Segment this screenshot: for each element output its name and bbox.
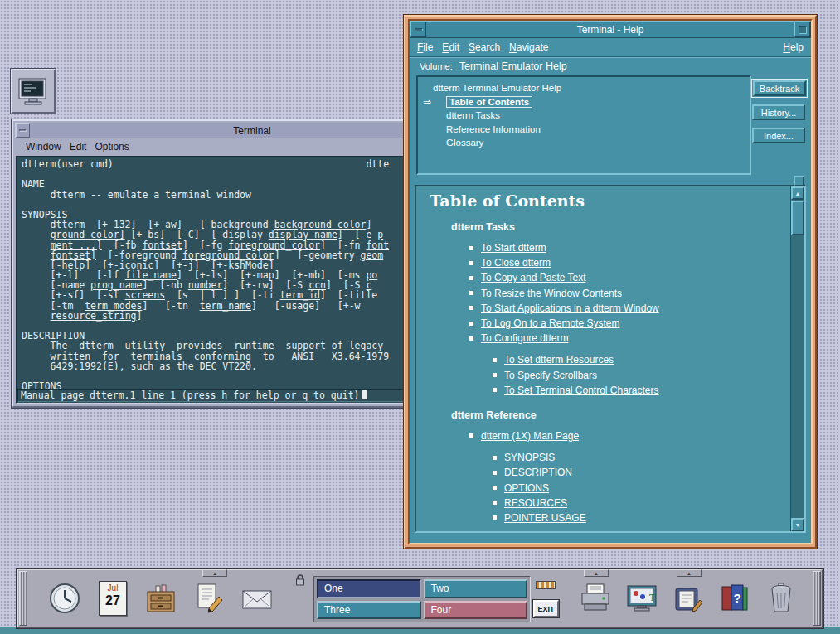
help-link[interactable]: To Set Terminal Control Characters [493,383,790,398]
panel-move-handle-right[interactable] [813,571,821,626]
busy-light [536,581,556,589]
front-panel: Jul 27 ▲ [17,569,823,628]
help-link[interactable]: To Log On to a Remote System [469,316,790,331]
tree-item[interactable]: ⇒Table of Contents [418,95,750,109]
help-link[interactable]: To Configure dtterm [469,331,790,346]
workspace-one[interactable]: One [317,579,421,598]
help-menus-left: FileEditSearchNavigate [417,41,548,53]
help-buttons: BacktrackHistory...Index... [751,79,808,144]
workspace-two[interactable]: Two [424,579,528,598]
help-titlebar[interactable]: Terminal - Help [410,21,811,38]
workspace-three[interactable]: Three [317,601,421,620]
content-title: Table of Contents [430,191,790,210]
bullet-icon [493,486,497,490]
subpanel-arrow[interactable]: ▲ [677,569,702,577]
menu-search[interactable]: Search [469,41,500,53]
maximize-button[interactable] [794,22,810,37]
tree-item[interactable]: Glossary [418,136,750,150]
bullet-icon [493,515,497,520]
help-link[interactable]: To Start dtterm [469,240,790,255]
menu-options[interactable]: Options [95,141,129,152]
bullet-icon [469,433,473,438]
help-link[interactable]: RESOURCES [493,496,790,511]
text-cursor [362,390,367,399]
window-menu-button[interactable] [410,22,426,37]
tree-item[interactable]: dtterm Tasks [418,109,750,123]
help-top-pane: dtterm Terminal Emulator Help⇒Table of C… [410,75,811,180]
help-link[interactable]: To Resize the Window Contents [469,286,790,301]
workspace-four[interactable]: Four [424,601,528,620]
help-link[interactable]: To Start Applications in a dtterm Window [469,301,790,316]
menu-edit[interactable]: Edit [70,141,87,152]
trash-can-icon [763,580,799,617]
tree-item[interactable]: dtterm Terminal Emulator Help [418,81,750,95]
text-editor-icon[interactable] [186,574,232,622]
backtrack-button[interactable]: Backtrack [753,80,806,96]
mail-icon[interactable] [234,574,280,622]
topic-tree: dtterm Terminal Emulator Help⇒Table of C… [416,75,751,175]
menu-file[interactable]: File [417,41,433,53]
volume-row: Volume: Terminal Emulator Help [410,57,811,75]
bullet-icon [493,456,497,460]
applications-icon[interactable] [665,574,711,622]
help-link[interactable]: To Specify Scrollbars [493,368,790,383]
help-link[interactable]: dtterm (1X) Man Page [469,428,790,443]
printer-device-icon [577,580,614,617]
calendar-page: Jul 27 [99,581,127,616]
style-monitor-icon: T [624,580,660,617]
bullet-icon [493,501,497,505]
lock-icon[interactable] [294,574,306,590]
history-button[interactable]: History... [752,104,805,120]
menu-window[interactable]: Window [26,141,61,152]
help-link[interactable]: To Set dtterm Resources [493,352,790,367]
bullet-icon [469,291,473,295]
bullet-icon [493,471,497,475]
menu-navigate[interactable]: Navigate [509,41,548,53]
terminal-desktop-icon[interactable] [11,69,56,114]
pager-status-text: Manual page dtterm.1 line 1 (press h for… [21,390,360,401]
help-link[interactable]: To Close dtterm [469,255,790,270]
help-link[interactable]: POINTER USAGE [493,511,790,525]
help-manager-icon[interactable]: ? [711,574,758,622]
subpanel-arrow[interactable]: ▲ [202,569,227,577]
help-window-title: Terminal - Help [426,24,794,36]
panel-move-handle-left[interactable] [19,571,27,626]
volume-value: Terminal Emulator Help [459,60,567,72]
clock-icon[interactable] [41,574,88,622]
trash-icon[interactable] [758,574,804,622]
tree-item[interactable]: Reference Information [418,123,750,137]
bullet-icon [469,322,473,326]
bullet-icon [469,246,473,250]
index-button[interactable]: Index... [752,128,805,143]
menu-help[interactable]: Help [783,41,804,53]
calendar-month: Jul [108,583,119,593]
help-link[interactable]: OPTIONS [493,480,790,495]
file-cabinet-icon [143,580,179,617]
scrollbar-thumb[interactable] [791,201,804,235]
help-link[interactable]: SYNOPSIS [493,450,790,465]
section-heading: dtterm Reference [451,409,790,421]
exit-button[interactable]: EXIT [533,600,559,617]
scroll-down-arrow[interactable]: ▼ [791,518,804,531]
printer-icon[interactable] [572,574,619,622]
help-window: Terminal - Help FileEditSearchNavigate H… [404,15,817,549]
scroll-up-arrow[interactable]: ▲ [791,186,804,200]
help-content-body: Table of Contents dtterm TasksTo Start d… [416,186,790,531]
calendar-icon[interactable]: Jul 27 [90,574,136,622]
workspace-switch: OneTwoThreeFour [313,576,531,622]
window-menu-button[interactable] [16,123,30,138]
help-link[interactable]: DESCRIPTION [493,465,790,480]
style-manager-icon[interactable]: T [619,574,665,622]
bullet-icon [469,261,473,265]
question-mark-glyph: ? [733,591,740,605]
pane-resize-sash[interactable] [794,176,804,186]
file-manager-icon[interactable] [138,574,184,622]
help-content-pane: Table of Contents dtterm TasksTo Start d… [415,185,806,533]
help-link[interactable]: To Copy and Paste Text [469,270,790,285]
subpanel-arrow[interactable]: ▲ [584,569,609,577]
volume-label: Volume: [420,61,453,71]
clock-face-icon [46,580,83,617]
menu-edit[interactable]: Edit [442,41,459,53]
bullet-icon [493,373,497,377]
vertical-scrollbar[interactable]: ▲ ▼ [790,186,804,531]
